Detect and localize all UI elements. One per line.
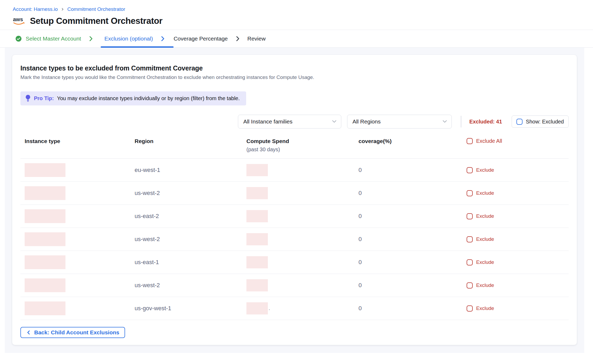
step-exclusion[interactable]: Exclusion (optional) — [104, 35, 153, 42]
table-row: us-west-2 0 Exclude — [20, 274, 569, 297]
exclude-checkbox[interactable] — [467, 282, 473, 288]
region-value: us-east-2 — [135, 213, 246, 220]
chevron-right-icon — [235, 30, 241, 47]
step-label: Coverage Percentage — [174, 35, 228, 42]
vertical-divider — [461, 116, 461, 127]
step-label: Exclusion (optional) — [104, 35, 153, 42]
excluded-count-badge: Excluded: 41 — [469, 119, 502, 125]
regions-select[interactable]: All Regions — [347, 115, 452, 128]
header-compute-spend-sub: (past 30 days) — [246, 147, 356, 153]
filters-row: All Instance families All Regions Exclud… — [20, 115, 569, 128]
region-value: us-west-2 — [135, 190, 246, 197]
breadcrumb-page-link[interactable]: Commitment Orchestrator — [67, 6, 125, 12]
region-value: us-gov-west-1 — [135, 305, 246, 312]
table-header-row: Instance type Region Compute Spend (past… — [20, 138, 569, 159]
coverage-value: 0 — [356, 305, 467, 312]
redacted-compute-spend — [246, 233, 268, 245]
chevron-down-icon — [332, 120, 336, 123]
exclude-all-label[interactable]: Exclude All — [476, 138, 502, 144]
step-label: Select Master Account — [26, 35, 81, 42]
redacted-instance-type — [25, 232, 65, 246]
page: Account: Harness.io Commitment Orchestra… — [0, 0, 593, 364]
redacted-compute-spend — [246, 210, 268, 222]
pro-tip-label: Pro Tip: — [34, 95, 54, 101]
header-coverage: coverage(%) — [356, 138, 467, 144]
exclude-checkbox[interactable] — [467, 305, 473, 312]
back-button-label: Back: Child Account Exclusions — [34, 329, 119, 336]
exclude-label[interactable]: Exclude — [476, 305, 494, 311]
lightbulb-icon — [25, 95, 31, 102]
redacted-instance-type — [25, 186, 65, 200]
region-value: us-west-2 — [135, 282, 246, 289]
redacted-instance-type — [25, 163, 65, 177]
card-title: Instance types to be excluded from Commi… — [20, 64, 569, 72]
coverage-value: 0 — [356, 236, 467, 243]
wizard-stepper: Select Master Account Exclusion (optiona… — [0, 30, 593, 48]
redacted-compute-spend — [246, 256, 268, 268]
redacted-instance-type — [25, 301, 65, 315]
back-button[interactable]: Back: Child Account Exclusions — [20, 327, 125, 338]
svg-text:aws: aws — [13, 16, 23, 22]
chevron-left-icon — [26, 330, 31, 335]
table-row: us-east-2 0 Exclude — [20, 205, 569, 228]
title-row: aws Setup Commitment Orchestrator — [13, 16, 580, 30]
region-value: us-west-2 — [135, 236, 246, 243]
coverage-value: 0 — [356, 213, 467, 220]
pro-tip-banner: Pro Tip: You may exclude instance types … — [20, 91, 246, 105]
breadcrumb-account-link[interactable]: Account: Harness.io — [13, 6, 58, 12]
exclude-label[interactable]: Exclude — [476, 282, 494, 288]
table-row: us-west-2 0 Exclude — [20, 228, 569, 251]
redacted-instance-type — [25, 209, 65, 223]
page-title: Setup Commitment Orchestrator — [30, 16, 162, 26]
exclude-label[interactable]: Exclude — [476, 213, 494, 219]
content-inner: Instance types to be excluded from Commi… — [5, 48, 584, 353]
header-compute-spend: Compute Spend (past 30 days) — [246, 138, 356, 153]
content-area: Instance types to be excluded from Commi… — [0, 48, 593, 364]
chevron-right-icon — [88, 30, 94, 47]
redacted-compute-spend — [246, 164, 268, 176]
show-excluded-toggle[interactable]: Show: Excluded — [512, 116, 569, 128]
exclude-checkbox[interactable] — [467, 236, 473, 242]
show-excluded-label: Show: Excluded — [526, 119, 564, 125]
card-subtitle: Mark the Instance types you would like t… — [20, 74, 569, 80]
aws-logo-icon: aws — [13, 16, 25, 26]
step-review[interactable]: Review — [247, 30, 266, 47]
redacted-instance-type — [25, 278, 65, 292]
chevron-down-icon — [443, 120, 447, 123]
coverage-value: 0 — [356, 259, 467, 266]
exclude-checkbox[interactable] — [467, 259, 473, 265]
active-step-wrap: Exclusion (optional) — [101, 30, 174, 47]
table-row: us-west-2 0 Exclude — [20, 182, 569, 205]
exclude-label[interactable]: Exclude — [476, 259, 494, 265]
exclude-label[interactable]: Exclude — [476, 236, 494, 242]
breadcrumb-chevron-icon — [61, 8, 64, 11]
exclude-checkbox[interactable] — [467, 167, 473, 173]
exclude-label[interactable]: Exclude — [476, 167, 494, 173]
top-header: Account: Harness.io Commitment Orchestra… — [0, 0, 593, 30]
exclude-checkbox[interactable] — [467, 213, 473, 219]
step-select-master-account[interactable]: Select Master Account — [15, 30, 81, 47]
regions-value: All Regions — [352, 118, 380, 125]
exclusions-table: Instance type Region Compute Spend (past… — [20, 138, 569, 320]
step-coverage-percentage[interactable]: Coverage Percentage — [174, 30, 228, 47]
redacted-compute-spend — [246, 279, 268, 291]
coverage-value: 0 — [356, 282, 467, 289]
exclusion-card: Instance types to be excluded from Commi… — [12, 55, 577, 345]
redacted-compute-spend — [246, 302, 268, 314]
instance-families-select[interactable]: All Instance families — [238, 115, 341, 128]
table-row: us-gov-west-1 . 0 Exclude — [20, 297, 569, 320]
exclude-checkbox[interactable] — [467, 190, 473, 196]
step-label: Review — [247, 35, 266, 42]
spend-suffix: . — [269, 306, 270, 311]
coverage-value: 0 — [356, 167, 467, 174]
exclude-all-checkbox[interactable] — [467, 138, 473, 144]
header-instance-type: Instance type — [20, 138, 135, 144]
check-circle-icon — [15, 35, 22, 42]
instance-families-value: All Instance families — [243, 118, 293, 125]
breadcrumb: Account: Harness.io Commitment Orchestra… — [13, 6, 580, 12]
exclude-label[interactable]: Exclude — [476, 190, 494, 196]
table-row: eu-west-1 0 Exclude — [20, 159, 569, 182]
show-excluded-checkbox[interactable] — [516, 119, 523, 125]
coverage-value: 0 — [356, 190, 467, 197]
pro-tip-text: You may exclude instance types individua… — [57, 95, 240, 101]
